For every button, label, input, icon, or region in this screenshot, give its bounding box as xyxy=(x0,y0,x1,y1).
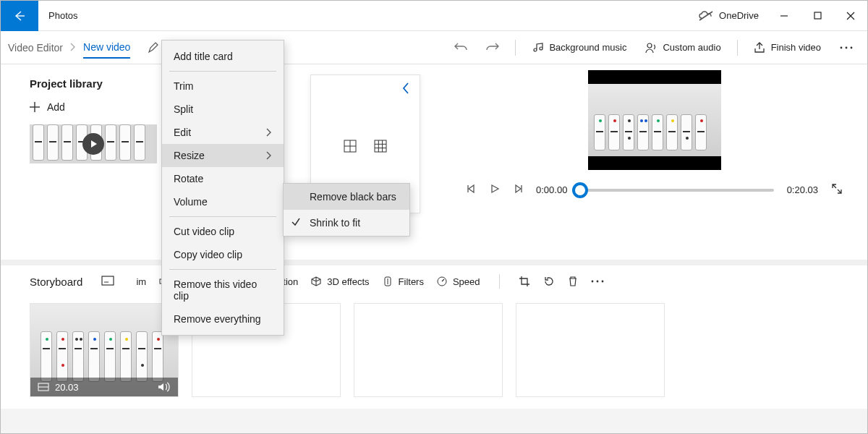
redo-icon xyxy=(486,42,499,54)
title-card-button[interactable] xyxy=(101,276,114,288)
svg-point-6 xyxy=(841,46,843,48)
menu-volume[interactable]: Volume xyxy=(162,190,284,213)
menu-rotate[interactable]: Rotate xyxy=(162,167,284,190)
chevron-left-icon xyxy=(402,82,409,94)
rotate-icon xyxy=(543,276,555,287)
custom-audio-button[interactable]: Custom audio xyxy=(638,38,728,58)
grid-3x3-icon xyxy=(374,140,387,153)
rotate-button[interactable] xyxy=(543,276,555,287)
back-button[interactable] xyxy=(1,1,38,31)
breadcrumb-current[interactable]: New video xyxy=(83,41,130,59)
filters-icon xyxy=(383,276,393,286)
layout-3x3-button[interactable] xyxy=(374,140,387,155)
context-menu: Add title card Trim Split Edit Resize Ro… xyxy=(161,40,284,336)
chevron-right-icon xyxy=(266,128,272,137)
crop-button[interactable] xyxy=(519,276,530,287)
music-icon xyxy=(532,42,543,54)
trim-button[interactable]: im xyxy=(136,276,146,287)
plus-icon xyxy=(30,102,40,112)
filters-button[interactable]: Filters xyxy=(383,276,424,287)
scrubber-handle[interactable] xyxy=(572,182,588,198)
menu-remove-clip[interactable]: Remove this video clip xyxy=(162,273,284,307)
play-overlay-icon xyxy=(82,133,104,155)
gauge-icon xyxy=(437,276,447,286)
next-frame-button[interactable] xyxy=(513,184,523,196)
menu-remove-all[interactable]: Remove everything xyxy=(162,307,284,331)
onedrive-label: OneDrive xyxy=(719,10,759,21)
film-icon xyxy=(38,383,49,391)
toolbar-more-button[interactable] xyxy=(833,41,860,54)
svg-point-32 xyxy=(591,281,593,283)
svg-point-33 xyxy=(596,281,598,283)
3d-effects-button[interactable]: 3D effects xyxy=(311,276,369,287)
pencil-icon[interactable] xyxy=(148,42,159,54)
storyboard-clip-1[interactable]: 20.03 xyxy=(30,303,179,397)
menu-cut-clip[interactable]: Cut video clip xyxy=(162,220,284,243)
svg-point-5 xyxy=(647,43,652,48)
svg-point-34 xyxy=(601,281,603,283)
video-preview[interactable] xyxy=(588,70,721,170)
step-back-icon xyxy=(467,184,477,194)
arrow-left-icon xyxy=(14,10,25,22)
scrubber[interactable] xyxy=(580,189,773,192)
storyboard-title: Storyboard xyxy=(30,276,82,288)
chevron-right-icon xyxy=(70,42,76,54)
submenu-remove-black-bars[interactable]: Remove black bars xyxy=(284,184,409,210)
minimize-button[interactable] xyxy=(767,1,801,31)
undo-button[interactable] xyxy=(447,38,475,58)
maximize-icon xyxy=(814,12,822,20)
speed-button[interactable]: Speed xyxy=(437,276,480,287)
library-thumbnail[interactable] xyxy=(30,124,157,163)
ellipsis-icon xyxy=(591,279,604,284)
delete-clip-button[interactable] xyxy=(568,276,578,287)
collapse-panel-button[interactable] xyxy=(392,75,420,103)
total-time: 0:20.03 xyxy=(787,184,818,195)
ellipsis-icon xyxy=(840,46,853,50)
fullscreen-button[interactable] xyxy=(831,183,843,197)
menu-trim[interactable]: Trim xyxy=(162,75,284,98)
breadcrumb-parent[interactable]: Video Editor xyxy=(8,42,63,54)
crop-icon xyxy=(519,276,530,287)
menu-copy-clip[interactable]: Copy video clip xyxy=(162,243,284,266)
svg-point-8 xyxy=(851,46,853,48)
svg-rect-2 xyxy=(814,12,821,19)
cloud-off-icon xyxy=(699,11,713,21)
svg-line-31 xyxy=(442,279,444,281)
menu-resize[interactable]: Resize xyxy=(162,144,284,167)
layout-2x2-button[interactable] xyxy=(344,140,357,155)
app-title: Photos xyxy=(48,10,77,21)
submenu-shrink-to-fit[interactable]: Shrink to fit xyxy=(284,210,409,236)
card-icon xyxy=(101,276,114,286)
undo-icon xyxy=(454,42,467,54)
play-icon xyxy=(490,184,500,194)
current-time: 0:00.00 xyxy=(536,184,567,195)
clip-progress xyxy=(30,396,178,397)
play-button[interactable] xyxy=(490,184,500,196)
cube-icon xyxy=(311,276,321,286)
export-icon xyxy=(754,42,765,54)
resize-submenu: Remove black bars Shrink to fit xyxy=(283,183,410,237)
finish-video-button[interactable]: Finish video xyxy=(746,38,828,58)
maximize-button[interactable] xyxy=(801,1,834,31)
menu-add-title-card[interactable]: Add title card xyxy=(162,45,284,68)
expand-icon xyxy=(831,183,843,195)
onedrive-status[interactable]: OneDrive xyxy=(690,10,767,21)
svg-rect-21 xyxy=(102,276,114,285)
prev-frame-button[interactable] xyxy=(467,184,477,196)
storyboard-more-button[interactable] xyxy=(591,279,604,284)
grid-2x2-icon xyxy=(344,140,357,153)
check-icon xyxy=(291,217,301,229)
close-icon xyxy=(846,12,855,20)
step-forward-icon xyxy=(513,184,523,194)
storyboard-slot-empty[interactable] xyxy=(354,303,503,397)
menu-split[interactable]: Split xyxy=(162,98,284,121)
storyboard-slot-empty[interactable] xyxy=(516,303,665,397)
close-button[interactable] xyxy=(834,1,867,31)
breadcrumb: Video Editor New video xyxy=(8,37,130,59)
menu-edit[interactable]: Edit xyxy=(162,121,284,144)
background-music-button[interactable]: Background music xyxy=(524,38,634,58)
chevron-right-icon xyxy=(266,151,272,160)
redo-button[interactable] xyxy=(479,38,506,58)
svg-rect-14 xyxy=(375,140,386,152)
volume-icon xyxy=(158,382,171,392)
